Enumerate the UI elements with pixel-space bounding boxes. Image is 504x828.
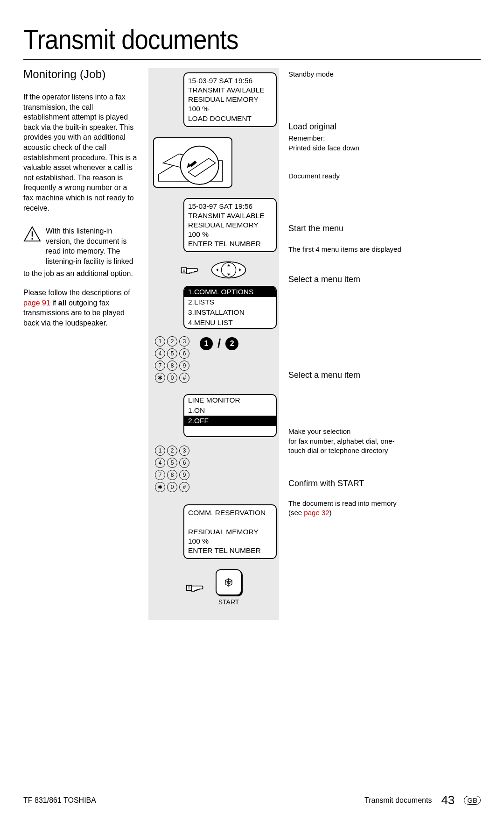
step-confirm-start: Confirm with START xyxy=(288,479,410,488)
text-column: Monitoring (Job) If the operator listens… xyxy=(23,68,139,620)
page-number: 43 xyxy=(441,793,455,807)
step-load-original: Load original xyxy=(288,122,410,132)
page-reference-link[interactable]: page 91 xyxy=(23,299,50,307)
lcd-display-3: COMM. RESERVATION RESIDUAL MEMORY 100 %E… xyxy=(183,504,277,559)
lcd-menu-1: 1.COMM. OPTIONS 2.LISTS 3.INSTALLATION 4… xyxy=(183,286,277,329)
pointing-hand-icon xyxy=(186,580,208,595)
step-select-menu-1: Select a menu item xyxy=(288,275,410,284)
title-rule xyxy=(23,59,481,60)
start-label: START xyxy=(218,598,239,606)
start-icon xyxy=(224,578,233,587)
load-original-illustration xyxy=(153,137,232,188)
footer: TF 831/861 TOSHIBA Transmit documents 43… xyxy=(23,793,481,807)
warning-text: With this listening-in version, the docu… xyxy=(46,226,139,266)
footer-model: TF 831/861 TOSHIBA xyxy=(23,796,96,805)
keypad-2: 123 456 789 ✱0# xyxy=(155,446,189,492)
step-start-menu: Start the menu xyxy=(288,224,410,234)
footer-section: Transmit documents xyxy=(364,796,432,805)
note-standby: Standby mode xyxy=(288,70,410,79)
page-reference-link[interactable]: page 32 xyxy=(304,509,329,517)
lcd-display-1: 15-03-97 SAT 19:56TRANSMIT AVAILABLERESI… xyxy=(183,72,277,127)
step-numbers: 1 / 2 xyxy=(200,336,238,351)
note-paragraph: Please follow the descriptions of page 9… xyxy=(23,288,139,328)
lcd-display-2: 15-03-97 SAT 19:56TRANSMIT AVAILABLERESI… xyxy=(183,198,277,253)
page-title: Transmit documents xyxy=(23,23,426,56)
nav-pad-icon xyxy=(210,261,247,279)
pointing-hand-icon xyxy=(181,262,203,277)
section-heading: Monitoring (Job) xyxy=(23,68,139,81)
svg-point-1 xyxy=(31,238,33,240)
keypad-1: 123 456 789 ✱0# xyxy=(155,336,189,383)
procedure-column: 15-03-97 SAT 19:56TRANSMIT AVAILABLERESI… xyxy=(148,68,279,620)
start-button[interactable] xyxy=(216,569,242,595)
warning-icon xyxy=(23,226,41,266)
step-select-menu-2: Select a menu item xyxy=(288,370,410,380)
note-document-ready: Document ready xyxy=(288,171,410,181)
warning-continuation: to the job as an additional option. xyxy=(23,269,139,279)
region-badge: GB xyxy=(464,796,481,805)
intro-paragraph: If the operator listens into a fax trans… xyxy=(23,92,139,213)
annotations-column: Standby mode Load original Remember: Pri… xyxy=(288,68,410,620)
lcd-menu-2: LINE MONITOR 1.ON 2.OFF xyxy=(183,394,277,437)
